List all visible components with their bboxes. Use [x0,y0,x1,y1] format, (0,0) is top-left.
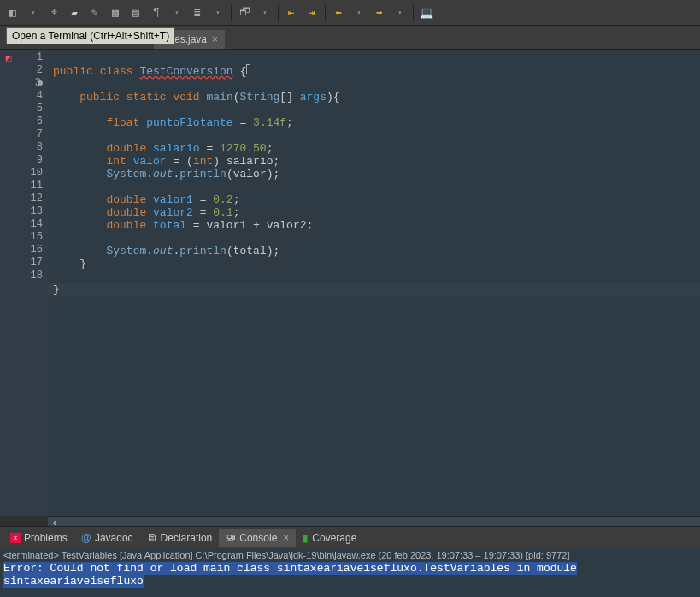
line-number: 11 [17,180,43,192]
edit-icon[interactable]: ✎ [86,4,103,21]
nav-back-dropdown-icon[interactable]: ▾ [350,4,368,21]
keyword: float [106,116,139,129]
keyword: double [106,219,146,232]
tab-problems[interactable]: xProblems [3,529,74,547]
wizard-icon[interactable]: 🗗 [236,4,253,21]
cursor-icon [246,64,250,74]
toolbar-separator [413,5,414,21]
keyword: void [173,91,199,103]
number: 0.2 [213,193,232,206]
line-number: 12 [17,192,43,205]
block-selection-icon[interactable]: ▰ [66,4,83,21]
keyword: int [106,155,126,168]
coverage-icon: ▮ [303,532,309,544]
method-name: main [207,91,233,103]
brace: { [239,65,246,78]
keyword: double [106,206,146,219]
nav-forward-dropdown-icon[interactable]: ▾ [391,4,409,21]
line-number: 7 [17,128,43,141]
marker-column: ◩ [0,50,17,516]
line-number: 5 [17,103,43,115]
method: println [179,245,226,257]
wizard-dropdown-icon[interactable]: ▾ [256,4,274,21]
line-number: 10 [17,167,43,180]
console-error-text: Error: Could not find or load main class… [3,562,577,588]
keyword: int [193,155,213,168]
toolbar-separator [231,5,232,21]
tab-declaration[interactable]: 🖺Declaration [140,529,220,547]
problems-icon: x [10,533,21,543]
type: String [240,91,280,103]
nav-forward-icon[interactable]: ➡ [371,4,388,21]
variable: salario [153,142,200,155]
variable: valor2 [153,206,193,219]
keyword: public [79,91,120,103]
line-number: 1 [17,51,43,64]
tab-javadoc[interactable]: @Javadoc [74,529,140,547]
keyword: double [106,193,146,206]
param: args [300,91,326,103]
editor: ◩ 1 2 3 4 5 6 7 8 9 10 11 12 13 14 15 16… [0,50,700,516]
brace: } [79,257,86,270]
error-marker-icon[interactable]: ◩ [0,52,17,65]
keyword: public [53,65,93,78]
tooltip: Open a Terminal (Ctrl+Alt+Shift+T) [6,27,175,44]
keyword: class [100,65,133,78]
line-number: 2 [17,64,43,77]
toolbar-separator [325,5,326,21]
type: System [106,245,146,257]
tab-console[interactable]: 🖳Console× [219,529,296,547]
line-number: 14 [17,218,43,231]
close-icon[interactable]: × [212,33,218,45]
formatter-icon[interactable]: ≣ [189,4,206,21]
number: 3.14f [253,116,286,129]
variable: valor1 [153,193,193,206]
console-status: <terminated> TestVariables [Java Applica… [0,548,700,562]
variable: valor [133,155,167,168]
line-number: 9 [17,154,43,167]
main-toolbar: ◧ ▾ ⌖ ▰ ✎ ▦ ▤ ¶ ▾ ≣ ▾ 🗗 ▾ ⇤ ⇥ ⬅ ▾ ➡ ▾ 💻 [0,0,700,26]
fold-marker-icon[interactable] [38,80,43,86]
field: out [153,245,173,257]
number: 0.1 [213,206,232,219]
horizontal-scrollbar[interactable]: ‹ [48,516,700,526]
console-output[interactable]: Error: Could not find or load main class… [0,562,700,588]
terminal-icon[interactable]: 💻 [418,4,435,21]
declaration-icon: 🖺 [147,532,157,544]
line-number: 3 [17,77,43,90]
code-area[interactable]: public class TestConversion { public sta… [48,50,700,516]
line-number: 8 [17,141,43,154]
line-gutter: 1 2 3 4 5 6 7 8 9 10 11 12 13 14 15 16 1… [17,50,48,516]
pilcrow-icon[interactable]: ¶ [148,4,165,21]
show-whitespace-icon[interactable]: ▦ [107,4,124,21]
mark-occurrences-icon[interactable]: ⌖ [45,4,62,21]
nav-back-icon[interactable]: ⬅ [330,4,347,21]
keyword: static [126,91,167,103]
keyword: double [106,142,146,155]
line-number: 4 [17,90,43,103]
nav-back-annotation-icon[interactable]: ⇤ [283,4,300,21]
line-number: 13 [17,205,43,218]
line-number: 17 [17,257,43,269]
nav-fwd-annotation-icon[interactable]: ⇥ [303,4,321,21]
console-panel: <terminated> TestVariables [Java Applica… [0,548,700,597]
tab-coverage[interactable]: ▮Coverage [296,529,363,547]
variable: puntoFlotante [146,116,232,129]
toggle-dropdown-icon[interactable]: ▾ [25,4,42,21]
class-name: TestConversion [139,65,232,78]
variable: total [153,219,186,232]
toolbar-separator [278,5,279,21]
pilcrow-dropdown-icon[interactable]: ▾ [168,4,185,21]
brace: } [53,283,60,296]
number: 1270.50 [220,142,267,155]
line-number: 15 [17,231,43,244]
field: out [153,168,173,180]
method: println [179,168,226,180]
bottom-tab-bar: xProblems @Javadoc 🖺Declaration 🖳Console… [0,526,700,548]
toggle-breadcrumb-icon[interactable]: ◧ [4,4,21,21]
formatter-dropdown-icon[interactable]: ▾ [209,4,226,21]
console-icon: 🖳 [226,532,236,544]
outline-icon[interactable]: ▤ [127,4,144,21]
close-icon[interactable]: × [283,532,289,544]
type: System [106,168,146,180]
